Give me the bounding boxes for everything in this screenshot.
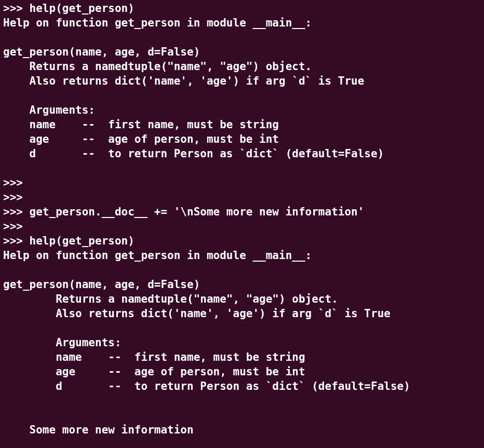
terminal-output[interactable]: >>> help(get_person) Help on function ge… — [0, 0, 484, 440]
terminal-text: >>> help(get_person) Help on function ge… — [3, 2, 410, 436]
